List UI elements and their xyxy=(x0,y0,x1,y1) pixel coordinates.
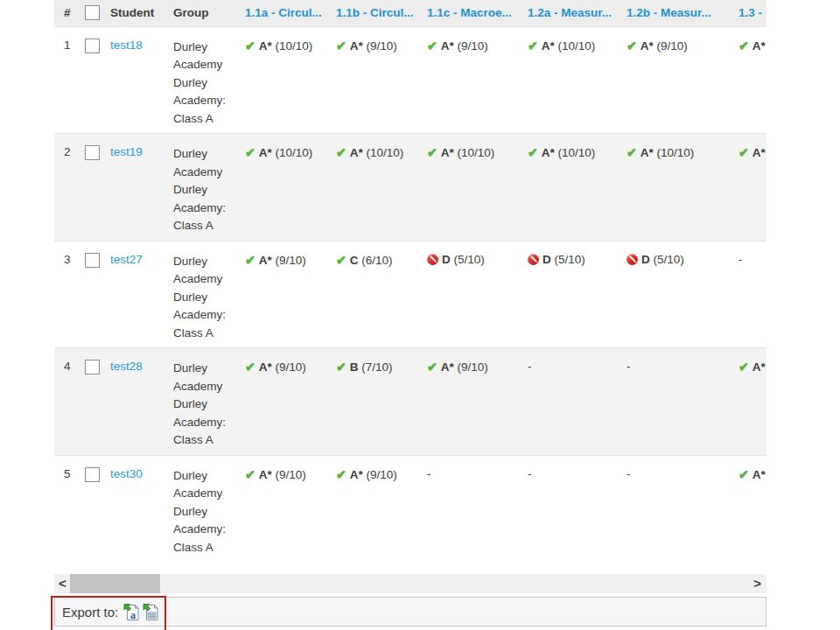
correct-check-icon: ✔ xyxy=(626,145,637,159)
correct-check-icon: ✔ xyxy=(738,467,749,481)
select-all-checkbox[interactable] xyxy=(85,5,100,20)
grade-letter: A* xyxy=(752,146,766,159)
row-checkbox-cell xyxy=(80,134,110,242)
incorrect-block-icon xyxy=(528,254,539,265)
student-cell: test18 xyxy=(110,26,173,134)
col-header-question-6[interactable]: 1.3 - xyxy=(738,0,766,26)
col-header-student: Student xyxy=(110,0,173,26)
student-cell: test28 xyxy=(110,348,173,456)
group-line: Academy: xyxy=(173,414,245,432)
row-number: 2 xyxy=(54,134,80,242)
incorrect-block-icon xyxy=(427,254,438,265)
no-grade-dash: - xyxy=(626,467,631,480)
col-header-checkbox xyxy=(80,0,110,26)
grade-score: (6/10) xyxy=(358,254,392,267)
group-line: Academy xyxy=(173,164,245,182)
row-checkbox-cell xyxy=(80,455,110,562)
row-checkbox[interactable] xyxy=(85,467,100,482)
student-link[interactable]: test30 xyxy=(110,467,143,480)
grade-score: (10/10) xyxy=(555,39,596,52)
group-line: Class A xyxy=(173,110,245,129)
grade-score: (9/10) xyxy=(272,360,306,374)
grade-letter: A* xyxy=(640,146,654,159)
group-line: Class A xyxy=(173,217,245,235)
group-line: Durley xyxy=(173,503,245,522)
student-link[interactable]: test27 xyxy=(110,253,143,266)
group-line: Durley xyxy=(173,74,245,93)
grade-letter: A* xyxy=(752,360,766,374)
row-checkbox-cell xyxy=(80,26,110,134)
correct-check-icon: ✔ xyxy=(245,145,256,159)
student-link[interactable]: test19 xyxy=(110,145,143,158)
scrollbar-thumb[interactable] xyxy=(70,574,160,593)
grade-score: (9/10) xyxy=(454,360,488,374)
grade-cell-q6: ✔A* xyxy=(738,348,766,456)
results-table-container: # Student Group 1.1a - Circul...1.1b - C… xyxy=(54,0,766,562)
correct-check-icon: ✔ xyxy=(336,145,346,159)
row-number: 1 xyxy=(54,26,80,134)
grade-letter: A* xyxy=(441,39,454,52)
scroll-right-arrow[interactable]: > xyxy=(753,576,761,592)
grade-cell-q5: - xyxy=(626,455,738,562)
group-line: Academy: xyxy=(173,200,245,218)
results-table: # Student Group 1.1a - Circul...1.1b - C… xyxy=(54,0,766,562)
student-link[interactable]: test28 xyxy=(110,360,143,373)
row-checkbox-cell xyxy=(80,348,110,456)
grade-cell-q1: ✔A* (9/10) xyxy=(245,348,336,456)
correct-check-icon: ✔ xyxy=(245,38,256,52)
grade-cell-q2: ✔A* (9/10) xyxy=(336,26,427,134)
grade-score: (10/10) xyxy=(555,146,596,159)
group-line: Durley xyxy=(173,38,245,57)
group-line: Academy: xyxy=(173,306,245,325)
col-header-question-3[interactable]: 1.1c - Macroe... xyxy=(427,0,528,26)
col-header-num: # xyxy=(54,0,80,26)
row-number: 5 xyxy=(54,455,80,562)
export-csv-icon[interactable]: a xyxy=(123,603,140,621)
row-checkbox[interactable] xyxy=(85,253,100,268)
grade-score: (9/10) xyxy=(654,39,688,52)
grade-letter: A* xyxy=(350,146,363,159)
grade-score: (10/10) xyxy=(272,146,313,159)
grade-score: (7/10) xyxy=(358,360,392,374)
group-cell: DurleyAcademyDurleyAcademy:Class A xyxy=(173,455,245,562)
grade-letter: A* xyxy=(259,468,272,481)
export-spreadsheet-icon[interactable] xyxy=(143,603,159,621)
group-line: Durley xyxy=(173,253,245,271)
col-header-question-2[interactable]: 1.1b - Circul... xyxy=(336,0,427,26)
col-header-question-4[interactable]: 1.2a - Measur... xyxy=(528,0,626,26)
row-checkbox[interactable] xyxy=(85,38,100,53)
correct-check-icon: ✔ xyxy=(528,38,538,52)
group-cell: DurleyAcademyDurleyAcademy:Class A xyxy=(173,241,245,348)
grade-cell-q2: ✔B (7/10) xyxy=(336,348,427,456)
grade-cell-q5: ✔A* (9/10) xyxy=(626,26,738,134)
horizontal-scrollbar[interactable]: < > xyxy=(54,574,766,593)
grade-cell-q4: ✔A* (10/10) xyxy=(528,134,626,242)
svg-text:a: a xyxy=(130,609,136,621)
correct-check-icon: ✔ xyxy=(738,145,749,159)
group-line: Durley xyxy=(173,145,245,164)
student-link[interactable]: test18 xyxy=(110,38,143,52)
row-checkbox[interactable] xyxy=(85,145,100,160)
row-checkbox[interactable] xyxy=(85,360,100,374)
no-grade-dash: - xyxy=(427,467,431,480)
correct-check-icon: ✔ xyxy=(738,360,749,374)
grade-cell-q3: ✔A* (10/10) xyxy=(427,134,528,242)
group-line: Academy xyxy=(173,378,245,396)
grade-cell-q5: - xyxy=(626,348,738,456)
grade-cell-q4: - xyxy=(528,455,626,562)
table-header-row: # Student Group 1.1a - Circul...1.1b - C… xyxy=(54,0,766,26)
group-line: Academy xyxy=(173,485,245,503)
correct-check-icon: ✔ xyxy=(427,38,438,52)
student-cell: test19 xyxy=(110,134,173,242)
grade-letter: A* xyxy=(259,254,272,267)
incorrect-block-icon xyxy=(626,254,638,265)
grade-score: (10/10) xyxy=(363,146,404,159)
grade-score: (9/10) xyxy=(272,468,306,481)
scroll-left-arrow[interactable]: < xyxy=(59,576,66,592)
no-grade-dash: - xyxy=(528,360,532,373)
correct-check-icon: ✔ xyxy=(336,360,346,374)
grade-cell-q1: ✔A* (9/10) xyxy=(245,455,336,562)
col-header-question-1[interactable]: 1.1a - Circul... xyxy=(245,0,336,26)
export-bar: Export to: a xyxy=(54,597,766,626)
col-header-question-5[interactable]: 1.2b - Measur... xyxy=(626,0,738,26)
